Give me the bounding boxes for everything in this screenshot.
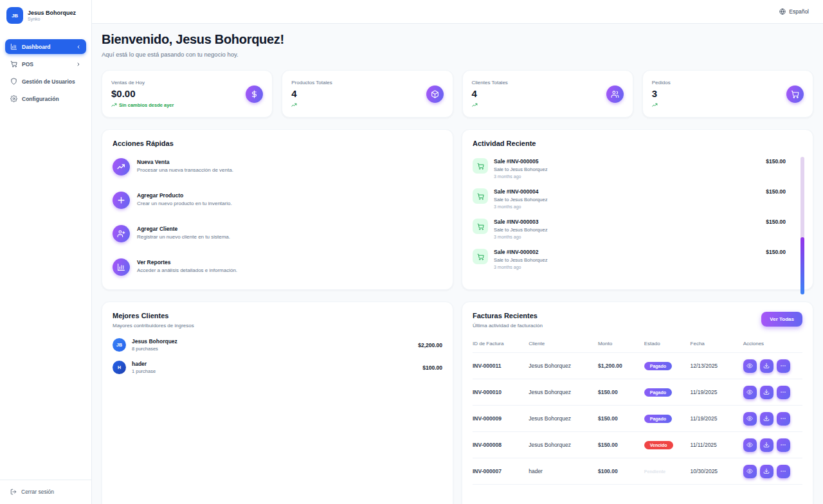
invoice-id: INV-000010 (473, 379, 529, 406)
invoice-date: 11/11/2025 (691, 432, 743, 458)
view-all-button[interactable]: Ver Todas (761, 312, 802, 327)
card-title: Facturas Recientes (473, 312, 543, 320)
cart-icon (473, 219, 488, 234)
status-badge: Pagado (644, 415, 672, 423)
logout-button[interactable]: Cerrar sesión (10, 489, 81, 495)
sidebar-user-block: JB Jesus Bohorquez Synko (5, 7, 86, 24)
card-title: Acciones Rápidas (113, 140, 442, 147)
invoice-client: hader (529, 458, 598, 485)
quick-action-add-customer[interactable]: Agregar Cliente Registrar un nuevo clien… (113, 225, 442, 242)
more-actions-button[interactable] (777, 386, 790, 399)
quick-action-description: Registrar un nuevo cliente en tu sistema… (137, 234, 230, 240)
activity-time: 3 months ago (494, 265, 547, 269)
quick-action-add-product[interactable]: Agregar Producto Crear un nuevo producto… (113, 192, 442, 209)
view-invoice-button[interactable] (743, 386, 757, 399)
stat-label: Ventas de Hoy (111, 80, 174, 86)
user-plus-icon (113, 225, 130, 242)
sidebar-item-user-management[interactable]: Gestión de Usuarios (5, 74, 86, 89)
download-invoice-button[interactable] (760, 386, 773, 399)
stat-label: Pedidos (652, 80, 671, 86)
customer-amount: $2,200.00 (418, 342, 442, 348)
invoice-date: 12/13/2025 (691, 353, 743, 379)
download-invoice-button[interactable] (760, 438, 773, 452)
view-invoice-button[interactable] (743, 465, 757, 478)
gear-icon (10, 95, 17, 102)
quick-action-description: Crear un nuevo producto en tu inventario… (137, 201, 232, 206)
quick-action-new-sale[interactable]: Nueva Venta Procesar una nueva transacci… (113, 158, 442, 176)
bar-chart-icon (10, 43, 17, 50)
trending-up-icon (111, 102, 117, 108)
plus-icon (113, 192, 130, 209)
sidebar-item-label: Gestión de Usuarios (22, 78, 75, 85)
sidebar-item-settings[interactable]: Configuración (5, 91, 86, 106)
bar-chart-icon (113, 258, 130, 276)
more-actions-button[interactable] (777, 438, 790, 452)
shield-icon (10, 78, 17, 85)
trending-up-icon (291, 102, 297, 108)
download-invoice-button[interactable] (760, 465, 773, 478)
card-title: Mejores Clientes (113, 312, 442, 320)
main-area: Español Bienvenido, Jesus Bohorquez! Aqu… (92, 0, 823, 504)
activity-item: Sale #INV-000002 Sale to Jesus Bohorquez… (473, 249, 802, 269)
sidebar-item-pos[interactable]: POS (5, 57, 86, 71)
view-invoice-button[interactable] (743, 438, 757, 452)
more-actions-button[interactable] (777, 359, 790, 373)
download-invoice-button[interactable] (760, 359, 773, 373)
invoice-id: INV-000008 (473, 432, 529, 458)
sidebar-item-label: Dashboard (22, 44, 50, 50)
invoices-table: ID de Factura Cliente Monto Estado Fecha… (473, 336, 802, 485)
stat-label: Clientes Totales (472, 80, 508, 86)
stat-value: 4 (291, 88, 332, 99)
invoice-id: INV-000007 (473, 458, 529, 485)
customer-amount: $100.00 (422, 364, 442, 371)
topbar: Español (92, 0, 823, 24)
activity-scrollbar-thumb[interactable] (800, 237, 804, 294)
avatar: JB (6, 7, 23, 24)
card-subtitle: Última actividad de facturación (473, 323, 543, 328)
status-badge: Vencido (644, 441, 673, 449)
invoice-date: 11/19/2025 (691, 379, 743, 406)
invoice-client: Jesus Bohorquez (529, 406, 598, 432)
language-selector[interactable]: Español (779, 8, 809, 15)
customer-name: hader (132, 361, 156, 367)
invoice-date: 10/30/2025 (691, 458, 743, 485)
stat-trend (291, 102, 332, 108)
stat-card-products: Productos Totales 4 (282, 70, 453, 118)
quick-action-title: Ver Reportes (137, 259, 237, 266)
activity-subtitle: Sale to Jesus Bohorquez (494, 197, 547, 203)
activity-time: 3 months ago (494, 235, 547, 239)
recent-invoices-card: Facturas Recientes Última actividad de f… (462, 302, 813, 504)
invoice-amount: $150.00 (598, 432, 644, 458)
status-badge: Pagado (644, 388, 672, 397)
stat-value: $0.00 (111, 88, 174, 99)
view-invoice-button[interactable] (743, 359, 757, 373)
more-icon (780, 389, 786, 395)
stat-trend (472, 102, 508, 108)
sidebar-item-dashboard[interactable]: Dashboard (5, 39, 86, 54)
cart-icon (10, 60, 17, 68)
quick-action-view-reports[interactable]: Ver Reportes Acceder a análisis detallad… (113, 258, 442, 276)
more-actions-button[interactable] (777, 465, 790, 478)
column-header: ID de Factura (473, 336, 529, 353)
user-name: Jesus Bohorquez (28, 10, 76, 17)
download-icon (763, 389, 770, 395)
activity-title: Sale #INV-000003 (494, 219, 547, 225)
view-invoice-button[interactable] (743, 412, 757, 426)
column-header: Cliente (529, 336, 598, 353)
activity-title: Sale #INV-000005 (494, 158, 547, 165)
column-header: Acciones (743, 336, 802, 353)
activity-title: Sale #INV-000004 (494, 188, 547, 195)
trending-up-icon (472, 102, 478, 108)
quick-actions-list: Nueva Venta Procesar una nueva transacci… (113, 158, 442, 276)
customer-list: JB Jesus Bohorquez 8 purchases $2,200.00… (113, 338, 442, 374)
stat-card-orders: Pedidos 3 (642, 70, 813, 118)
globe-icon (779, 8, 786, 15)
sidebar-footer: Cerrar sesión (0, 480, 91, 504)
download-icon (763, 442, 770, 448)
sidebar: JB Jesus Bohorquez Synko Dashboard POS (0, 0, 92, 504)
download-invoice-button[interactable] (760, 412, 773, 426)
app-window: JB Jesus Bohorquez Synko Dashboard POS (0, 0, 823, 504)
package-icon (426, 86, 444, 103)
more-actions-button[interactable] (777, 412, 790, 426)
activity-scrollbar-track[interactable] (800, 157, 804, 294)
